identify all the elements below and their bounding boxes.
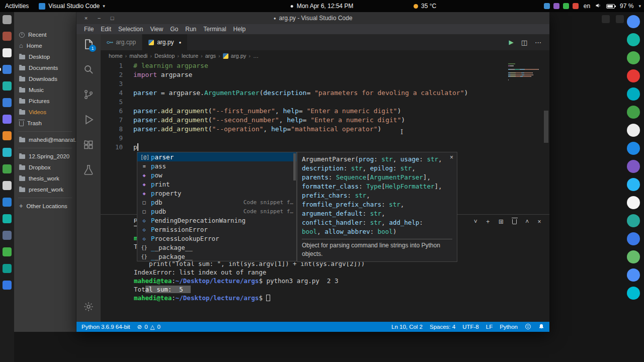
title-bar[interactable]: ×−□ ● arg.py - Visual Studio Code — [76, 12, 549, 24]
dock-app-icon[interactable] — [627, 124, 640, 137]
kill-terminal-icon[interactable] — [512, 219, 517, 224]
suggest-item-pdb[interactable]: □pdbCode snippet f… — [137, 198, 296, 207]
dock-app-icon[interactable] — [627, 214, 640, 227]
split-editor-icon[interactable]: ◫ — [521, 39, 527, 46]
test-beaker-icon[interactable] — [80, 162, 97, 178]
dock-app-icon[interactable] — [627, 287, 640, 300]
close-icon[interactable]: × — [450, 154, 453, 161]
dock-app-icon[interactable] — [3, 48, 12, 57]
tray-app-icon[interactable] — [573, 3, 579, 9]
suggest-item-property[interactable]: ◆property — [137, 189, 296, 198]
sidebar-item-videos[interactable]: Videos — [14, 107, 76, 118]
tab-arg.cpp[interactable]: C++arg.cpp — [101, 34, 142, 50]
new-terminal-icon[interactable]: + — [486, 218, 490, 225]
menu-item-terminal[interactable]: Terminal — [200, 26, 229, 33]
clock-menu[interactable]: Mon Apr 6, 12:54 PM — [291, 0, 354, 12]
dock-app-icon[interactable] — [627, 268, 640, 282]
suggest-item-parser[interactable]: [@]parser — [137, 152, 296, 161]
menu-item-run[interactable]: Run — [182, 26, 200, 33]
dock-app-icon[interactable] — [3, 198, 12, 207]
menu-item-edit[interactable]: Edit — [97, 26, 115, 33]
status-item[interactable]: UTF-8 — [462, 324, 479, 330]
suggest-item-print[interactable]: ◆print — [137, 179, 296, 189]
run-debug-icon[interactable] — [80, 112, 97, 128]
dock-app-icon[interactable] — [627, 51, 640, 64]
split-terminal-icon[interactable]: ⊞ — [499, 218, 504, 225]
suggest-scrollbar[interactable] — [293, 153, 296, 180]
sidebar-item-recent[interactable]: Recent — [14, 29, 76, 40]
suggest-item-pass[interactable]: ≡pass — [137, 161, 296, 170]
dock-app-icon[interactable] — [627, 250, 640, 263]
sidebar-item-downloads[interactable]: Downloads — [14, 73, 76, 84]
breadcrumb-item[interactable]: args — [205, 53, 216, 59]
notifications-bell-icon[interactable] — [538, 323, 544, 331]
dock-app-icon[interactable] — [3, 247, 12, 256]
tray-app-icon[interactable] — [563, 3, 569, 9]
dock-app-icon[interactable] — [627, 33, 640, 46]
run-file-button[interactable]: ▶ — [509, 39, 513, 46]
minimize-window-button[interactable]: − — [96, 15, 103, 21]
extensions-icon[interactable] — [80, 137, 97, 153]
feedback-smiley-icon[interactable] — [525, 323, 531, 331]
dock-app-icon[interactable] — [627, 196, 640, 209]
sidebar-item-12-spring-2020[interactable]: 12.Spring_2020 — [14, 151, 76, 162]
search-icon[interactable] — [80, 61, 97, 77]
dock-app-icon[interactable] — [627, 142, 640, 155]
problems-indicator[interactable]: ⊘ 0 △ 0 — [137, 323, 160, 330]
menu-item-view[interactable]: View — [146, 26, 167, 33]
sidebar-item-other-locations[interactable]: +Other Locations — [14, 201, 76, 212]
dock-app-icon[interactable] — [3, 214, 12, 223]
sidebar-item-dropbox[interactable]: Dropbox — [14, 162, 76, 173]
app-menu[interactable]: Visual Studio Code ▾ — [39, 3, 105, 10]
dock-app-icon[interactable] — [3, 81, 12, 90]
dock-app-icon[interactable] — [3, 32, 12, 41]
activities-button[interactable]: Activities — [5, 3, 29, 10]
maximize-panel-icon[interactable]: ˄ — [525, 218, 529, 225]
dock-app-icon[interactable] — [3, 264, 12, 273]
dock-app-icon[interactable] — [3, 281, 12, 290]
dock-app-icon[interactable] — [3, 148, 12, 157]
status-item[interactable]: LF — [486, 324, 493, 330]
minimap[interactable] — [508, 63, 541, 81]
breadcrumb-item[interactable]: mahedi — [129, 53, 147, 59]
explorer-icon[interactable]: 1 — [80, 36, 97, 52]
desktop-icon[interactable] — [616, 15, 624, 23]
suggest-item-pow[interactable]: ◆pow — [137, 170, 296, 179]
terminal-dropdown-icon[interactable]: ˅ — [474, 218, 477, 225]
dock-app-icon[interactable] — [627, 69, 640, 82]
breadcrumb-item[interactable]: Desktop — [154, 53, 175, 59]
dock-app-icon[interactable] — [3, 15, 12, 24]
sidebar-item-home[interactable]: ⌂Home — [14, 40, 76, 51]
sidebar-item-trash[interactable]: Trash — [14, 118, 76, 129]
weather-indicator[interactable]: 35 °C — [414, 0, 436, 12]
dock-app-icon[interactable] — [627, 232, 640, 245]
breadcrumb-item[interactable]: home — [109, 53, 123, 59]
more-actions-icon[interactable]: ⋯ — [535, 39, 541, 46]
breadcrumb-item[interactable]: arg.py — [223, 53, 247, 59]
status-item[interactable]: Spaces: 4 — [430, 324, 455, 330]
breadcrumb[interactable]: home›mahedi›Desktop›lecture›args›arg.py›… — [101, 50, 549, 61]
sidebar-item-mahedi-manarat-ac-b[interactable]: mahedi@manarat.ac.b — [14, 134, 76, 145]
sidebar-item-present-work[interactable]: present_work — [14, 184, 76, 195]
suggest-item-PendingDeprecationWarning[interactable]: ◇PendingDeprecationWarning — [137, 216, 296, 225]
tab-arg.py[interactable]: arg.py● — [142, 34, 188, 50]
system-tray[interactable]: en 97 % ▾ — [544, 0, 641, 12]
dock-app-icon[interactable] — [3, 181, 12, 190]
maximize-window-button[interactable]: □ — [109, 15, 116, 21]
breadcrumb-item[interactable]: lecture — [182, 53, 198, 59]
close-panel-icon[interactable]: × — [538, 218, 541, 225]
manage-gear-icon[interactable] — [80, 299, 97, 315]
suggest-item-pudb[interactable]: □pudbCode snippet f… — [137, 207, 296, 216]
menu-item-go[interactable]: Go — [167, 26, 182, 33]
dock-app-icon[interactable] — [627, 87, 640, 101]
dock-app-icon[interactable] — [3, 65, 12, 74]
dock-app-icon[interactable] — [3, 98, 12, 107]
status-item[interactable]: Ln 10, Col 2 — [391, 324, 423, 330]
close-window-button[interactable]: × — [83, 15, 90, 21]
sidebar-item-pictures[interactable]: Pictures — [14, 96, 76, 107]
keyboard-layout-indicator[interactable]: en — [584, 3, 590, 10]
tray-app-icon[interactable] — [544, 3, 550, 9]
dock-app-icon[interactable] — [627, 15, 640, 28]
sidebar-item-thesis-work[interactable]: thesis_work — [14, 173, 76, 184]
suggest-item-PermissionError[interactable]: ◇PermissionError — [137, 225, 296, 234]
